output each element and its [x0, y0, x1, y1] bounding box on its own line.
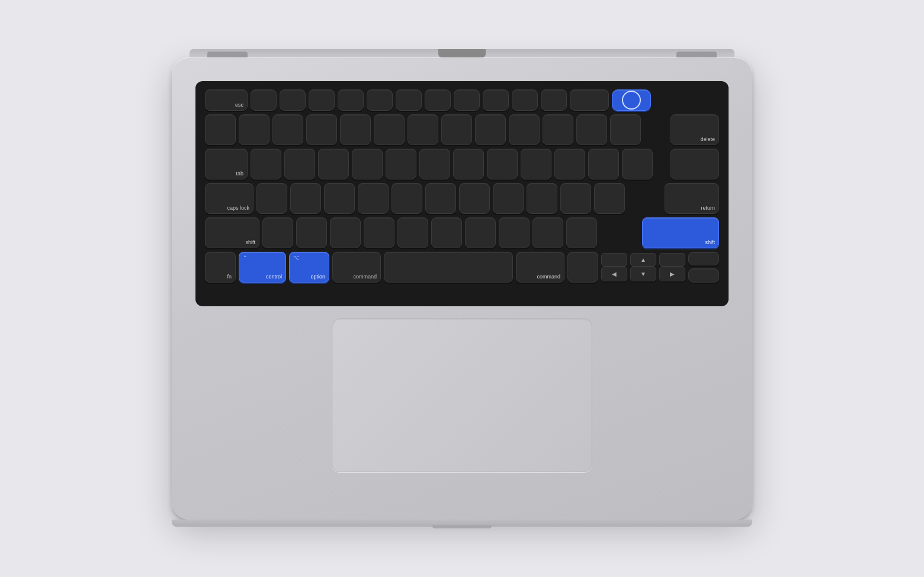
key-shift-left[interactable]: shift — [205, 217, 259, 248]
key-5[interactable] — [374, 114, 405, 145]
key-f10[interactable] — [512, 89, 538, 111]
arrow-top-row: ▲ — [601, 253, 685, 267]
key-d[interactable] — [324, 183, 355, 214]
key-f8[interactable] — [454, 89, 480, 111]
key-r[interactable] — [352, 149, 383, 179]
key-spacebar[interactable] — [384, 252, 513, 283]
key-h[interactable] — [425, 183, 456, 214]
key-f9[interactable] — [483, 89, 509, 111]
key-o[interactable] — [521, 149, 551, 179]
key-3[interactable] — [306, 114, 337, 145]
key-s[interactable] — [290, 183, 321, 214]
power-circle-icon — [622, 91, 641, 110]
key-a[interactable] — [256, 183, 287, 214]
key-minus[interactable] — [576, 114, 607, 145]
key-option[interactable]: ⌥ option — [289, 252, 329, 283]
key-7[interactable] — [441, 114, 472, 145]
key-shift-right[interactable]: shift — [642, 217, 719, 248]
arrow-cluster: ▲ ◀ ▼ ▶ — [601, 253, 685, 281]
asdf-row: caps lock return — [205, 183, 719, 214]
key-9[interactable] — [509, 114, 540, 145]
key-tab[interactable]: tab — [205, 149, 248, 179]
key-p[interactable] — [554, 149, 585, 179]
key-arrow-down[interactable]: ▼ — [630, 267, 656, 281]
key-j[interactable] — [459, 183, 490, 214]
trackpad[interactable] — [332, 318, 592, 472]
key-i[interactable] — [487, 149, 518, 179]
key-f2[interactable] — [280, 89, 306, 111]
key-w[interactable] — [284, 149, 315, 179]
key-8[interactable] — [475, 114, 506, 145]
misc-keys-right — [688, 252, 719, 283]
key-backslash[interactable] — [670, 149, 719, 179]
key-arrow-up[interactable]: ▲ — [630, 253, 656, 267]
misc-row-bottom — [688, 268, 719, 283]
key-n[interactable] — [431, 217, 462, 248]
key-z[interactable] — [262, 217, 293, 248]
key-slash[interactable] — [566, 217, 597, 248]
key-backtick[interactable] — [205, 114, 236, 145]
key-6[interactable] — [408, 114, 438, 145]
key-f5[interactable] — [367, 89, 393, 111]
key-command-left[interactable]: command — [332, 252, 381, 283]
hinge-right — [676, 52, 717, 57]
key-f11[interactable] — [541, 89, 567, 111]
key-2[interactable] — [272, 114, 303, 145]
key-0[interactable] — [543, 114, 573, 145]
key-power[interactable] — [612, 89, 651, 111]
key-comma[interactable] — [499, 217, 530, 248]
key-return[interactable]: return — [665, 183, 719, 214]
zxcv-row: shift shift — [205, 217, 719, 248]
control-icon: ⌃ — [243, 255, 248, 261]
key-equals[interactable] — [610, 114, 641, 145]
key-t[interactable] — [386, 149, 416, 179]
keyboard-area: esc — [195, 81, 729, 306]
key-caps[interactable]: caps lock — [205, 183, 254, 214]
key-l[interactable] — [527, 183, 557, 214]
key-b[interactable] — [397, 217, 428, 248]
key-x[interactable] — [296, 217, 327, 248]
key-option-right[interactable] — [567, 252, 598, 283]
fn-row: esc — [205, 89, 719, 111]
key-esc[interactable]: esc — [205, 89, 248, 111]
key-control[interactable]: ⌃ control — [239, 252, 286, 283]
key-f12[interactable] — [570, 89, 609, 111]
key-m[interactable] — [465, 217, 496, 248]
port-stub — [432, 525, 492, 528]
key-f3[interactable] — [309, 89, 335, 111]
laptop-bottom — [172, 520, 752, 527]
number-row: delete — [205, 114, 719, 145]
key-command-right[interactable]: command — [516, 252, 564, 283]
key-arrow-left-placeholder — [601, 253, 627, 267]
key-bracket-left[interactable] — [588, 149, 619, 179]
key-f6[interactable] — [396, 89, 422, 111]
key-q[interactable] — [251, 149, 281, 179]
key-semicolon[interactable] — [560, 183, 591, 214]
key-arrow-right[interactable]: ▶ — [659, 267, 685, 281]
key-misc-2[interactable] — [688, 268, 719, 283]
key-delete[interactable]: delete — [670, 114, 719, 145]
key-f4[interactable] — [338, 89, 364, 111]
key-bracket-right[interactable] — [622, 149, 653, 179]
key-fn[interactable]: fn — [205, 252, 236, 283]
key-k[interactable] — [493, 183, 524, 214]
key-g[interactable] — [392, 183, 422, 214]
key-f7[interactable] — [425, 89, 451, 111]
laptop-body: esc — [172, 57, 752, 520]
key-arrow-left[interactable]: ◀ — [601, 267, 627, 281]
key-c[interactable] — [330, 217, 361, 248]
key-f1[interactable] — [251, 89, 277, 111]
key-1[interactable] — [239, 114, 270, 145]
key-arrow-right-placeholder — [659, 253, 685, 267]
key-e[interactable] — [318, 149, 349, 179]
key-misc-1[interactable] — [688, 252, 719, 265]
key-u[interactable] — [453, 149, 484, 179]
key-4[interactable] — [340, 114, 371, 145]
key-period[interactable] — [532, 217, 563, 248]
key-quote[interactable] — [594, 183, 625, 214]
key-y[interactable] — [419, 149, 450, 179]
key-v[interactable] — [364, 217, 394, 248]
key-f[interactable] — [358, 183, 389, 214]
option-icon: ⌥ — [293, 255, 299, 261]
qwerty-row: tab — [205, 149, 719, 179]
